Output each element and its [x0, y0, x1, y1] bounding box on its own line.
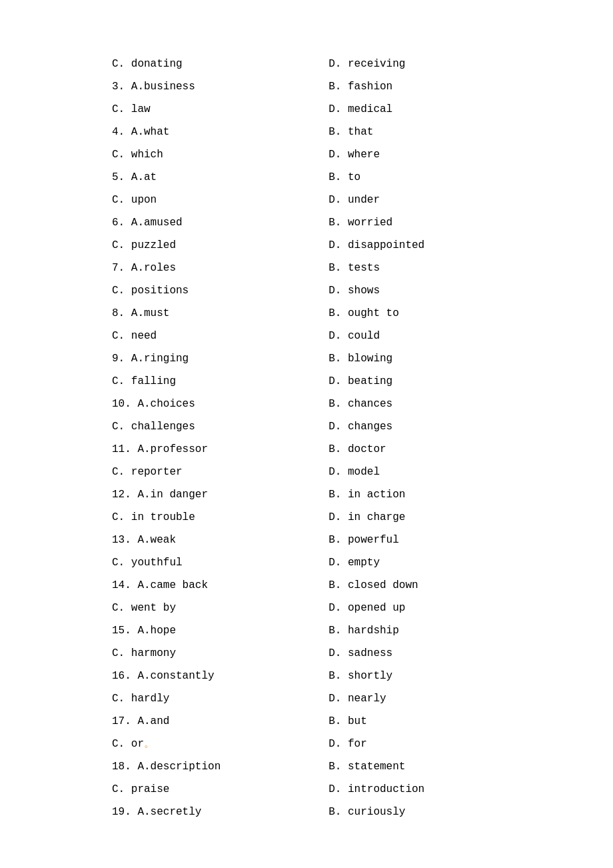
right-text: B. fashion	[328, 81, 392, 93]
list-item: 6. A.amusedB. worried	[13, 212, 600, 233]
left-column: 9. A.ringing	[13, 348, 308, 369]
left-column: C. reporter	[13, 461, 308, 483]
list-item: C. fallingD. beating	[13, 371, 600, 392]
right-column: D. beating	[308, 371, 600, 392]
left-column: 18. A.description	[13, 756, 308, 777]
left-text: C. hardly	[112, 693, 169, 705]
left-text: C. which	[112, 149, 163, 161]
right-column: D. under	[308, 189, 600, 211]
list-item: 19. A.secretlyB. curiously	[13, 801, 600, 823]
list-item: 9. A.ringingB. blowing	[13, 348, 600, 369]
right-column: B. ought to	[308, 303, 600, 324]
right-column: B. blowing	[308, 348, 600, 369]
right-text: B. hardship	[328, 625, 399, 637]
right-text: D. where	[328, 149, 380, 161]
right-text: D. opened up	[328, 602, 405, 614]
right-text: B. to	[328, 171, 360, 183]
list-item: C. in troubleD. in charge	[13, 507, 600, 528]
right-column: B. that	[308, 121, 600, 143]
list-item: 3. A.business B. fashion	[13, 76, 600, 97]
list-item: 13. A.weakB. powerful	[13, 529, 600, 551]
list-item: 4. A.whatB. that	[13, 121, 600, 143]
right-text: D. empty	[328, 557, 380, 569]
right-text: D. changes	[328, 421, 392, 433]
list-item: C. or。D. for	[13, 733, 600, 755]
right-text: D. medical	[328, 103, 392, 115]
left-text: C. went by	[112, 602, 176, 614]
left-text: C. in trouble	[112, 511, 195, 523]
left-text: 16. A.constantly	[112, 670, 215, 682]
right-column: B. closed down	[308, 575, 600, 596]
right-column: D. receiving	[308, 53, 600, 75]
left-text: C. donating	[112, 58, 183, 70]
left-text: C. challenges	[112, 421, 195, 433]
right-column: D. in charge	[308, 507, 600, 528]
list-item: C. went byD. opened up	[13, 597, 600, 619]
right-text: D. nearly	[328, 693, 386, 705]
right-column: D. could	[308, 325, 600, 347]
left-column: C. donating	[13, 53, 308, 75]
right-column: B. powerful	[308, 529, 600, 551]
list-item: C. harmonyD. sadness	[13, 643, 600, 664]
left-text: 10. A.choices	[112, 398, 195, 410]
left-text: 18. A.description	[112, 761, 221, 773]
right-column: B. curiously	[308, 801, 600, 823]
left-column: 10. A.choices	[13, 393, 308, 415]
list-item: C. whichD. where	[13, 144, 600, 165]
left-column: C. which	[13, 144, 308, 165]
right-text: B. that	[328, 126, 373, 138]
right-text: D. disappointed	[328, 239, 424, 251]
right-text: B. statement	[328, 761, 405, 773]
list-item: 15. A.hopeB. hardship	[13, 620, 600, 641]
left-column: 16. A.constantly	[13, 665, 308, 687]
left-text: C. harmony	[112, 647, 176, 659]
right-column: B. but	[308, 711, 600, 732]
right-column: D. nearly	[308, 688, 600, 709]
left-column: C. positions	[13, 280, 308, 301]
list-item: 10. A.choicesB. chances	[13, 393, 600, 415]
left-text: 9. A.ringing	[112, 353, 189, 365]
right-column: D. empty	[308, 552, 600, 573]
right-column: B. shortly	[308, 665, 600, 687]
left-column: 19. A.secretly	[13, 801, 308, 823]
right-text: D. introduction	[328, 783, 424, 795]
right-column: D. where	[308, 144, 600, 165]
left-column: 14. A.came back	[13, 575, 308, 596]
left-column: 6. A.amused	[13, 212, 308, 233]
right-text: B. doctor	[328, 443, 386, 455]
left-column: C. youthful	[13, 552, 308, 573]
list-item: C. praiseD. introduction	[13, 779, 600, 800]
right-text: B. closed down	[328, 579, 418, 591]
list-item: C. needD. could	[13, 325, 600, 347]
left-column: C. praise	[13, 779, 308, 800]
right-text: B. powerful	[328, 534, 399, 546]
left-text: C. law	[112, 103, 151, 115]
right-text: B. chances	[328, 398, 392, 410]
list-item: C. lawD. medical	[13, 99, 600, 120]
left-text: C. positions	[112, 285, 189, 297]
list-item: 18. A.descriptionB. statement	[13, 756, 600, 777]
left-column: C. law	[13, 99, 308, 120]
list-item: C. positionsD. shows	[13, 280, 600, 301]
left-text: 13. A.weak	[112, 534, 176, 546]
right-text: B. ought to	[328, 307, 399, 319]
left-text: 8. A.must	[112, 307, 169, 319]
left-column: 7. A.roles	[13, 257, 308, 279]
left-column: 8. A.must	[13, 303, 308, 324]
right-column: B. in action	[308, 484, 600, 505]
right-column: D. disappointed	[308, 235, 600, 256]
left-text: C. falling	[112, 375, 176, 387]
list-item: 16. A.constantlyB. shortly	[13, 665, 600, 687]
right-text: D. shows	[328, 285, 380, 297]
right-column: B. tests	[308, 257, 600, 279]
right-column: D. introduction	[308, 779, 600, 800]
left-column: 15. A.hope	[13, 620, 308, 641]
right-text: D. receiving	[328, 58, 405, 70]
right-column: D. changes	[308, 416, 600, 437]
right-text: D. under	[328, 194, 380, 206]
left-text: 11. A.professor	[112, 443, 208, 455]
left-column: C. in trouble	[13, 507, 308, 528]
left-column: 13. A.weak	[13, 529, 308, 551]
list-item: C. hardlyD. nearly	[13, 688, 600, 709]
right-text: D. in charge	[328, 511, 405, 523]
